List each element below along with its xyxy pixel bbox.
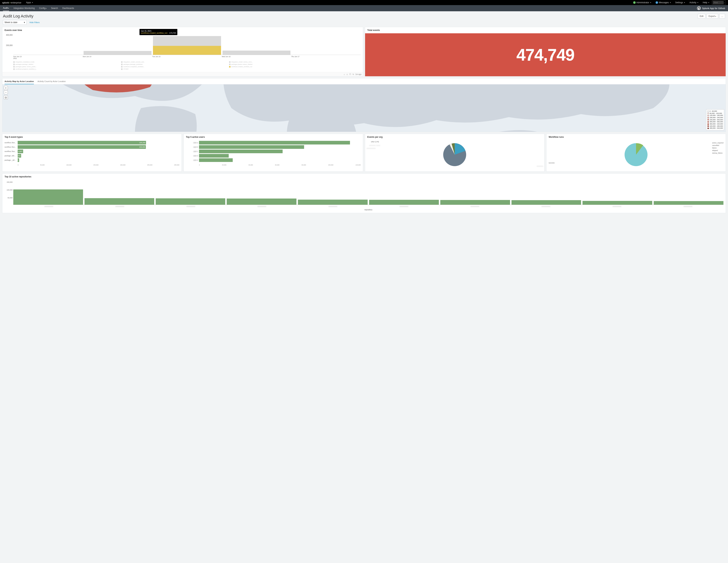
legend-item[interactable]: packages.package_deleted — [13, 64, 117, 65]
refresh-icon[interactable]: ↻ — [353, 73, 354, 75]
tab-activity-map[interactable]: Activity Map by Actor Location — [5, 80, 34, 84]
find-input[interactable] — [713, 1, 724, 4]
hide-filters-link[interactable]: Hide Filters — [29, 21, 40, 23]
app-name: Splunk App for Github — [702, 7, 725, 10]
map-legend-row: 300,000 - 360,000 — [707, 121, 723, 123]
legend-item[interactable]: packages.packa..ersion_publis... — [13, 66, 117, 68]
locate-button[interactable]: ◎ — [4, 95, 8, 99]
messages-menu[interactable]: 2 Messages — [654, 1, 673, 4]
top5-active-users-chart[interactable]: user-auser-buser-cuser-duser-e — [186, 140, 361, 164]
panel-title: Top 10 active repositories — [2, 174, 726, 180]
legend-item[interactable]: workflows.created_workflow_run — [229, 66, 333, 68]
github-icon — [697, 6, 701, 10]
panel-title: Top 5 active users — [184, 134, 363, 140]
hbar-row: package..ublished6,202 — [5, 154, 179, 158]
app-navbar: Audit Integration Monitoring Config Sear… — [0, 5, 728, 11]
nav-config[interactable]: Config — [39, 5, 47, 11]
top5-event-types-chart[interactable]: workflow..flow_run226,205workflow..flow_… — [5, 140, 179, 164]
tab-activity-count[interactable]: Activity Count by Actor Location — [38, 80, 66, 84]
vbar — [13, 190, 83, 205]
map-legend: 0 - 60,00060,000 - 120,000120,000 - 180,… — [706, 109, 724, 130]
hbar-row: workflow..flow_job9,667 — [5, 150, 179, 153]
chart-legend: integration_installation.createintegrati… — [13, 61, 361, 70]
legend-item[interactable]: workflows.prepared_workflow_j... — [13, 68, 117, 70]
events-over-time-chart[interactable]: 400,000 200,000 Jun — [13, 34, 361, 55]
legend-item[interactable]: packages.package_published — [121, 64, 225, 65]
activity-menu[interactable]: Activity — [688, 1, 700, 4]
panel-top5-active-users: Top 5 active users user-auser-buser-cuse… — [184, 134, 363, 172]
panel-title: Workflow runs — [546, 134, 726, 140]
legend-item[interactable]: integration_install..stories_remo... — [229, 61, 333, 63]
panel-top5-event-types: Top 5 event types workflow..flow_run226,… — [2, 134, 182, 172]
chevron-down-icon: ▾ — [24, 21, 25, 24]
map-legend-row: 480,000 - 540,000 — [707, 127, 723, 129]
pie-label-success: success — [549, 162, 555, 164]
vbar — [583, 201, 652, 205]
chart-footer: ⌕ ⤓ ⓘ ↻ 1m ago — [2, 72, 363, 76]
legend-item[interactable]: packages.packa..ension_deleted — [229, 64, 333, 65]
panel-total-events: Total events 474,749 — [365, 27, 726, 76]
messages-count-badge: 2 — [656, 1, 658, 4]
filter-row: Week to date▾ Hide Filters — [0, 20, 728, 27]
global-topbar: splunk>enterprise Apps i Administrator 2… — [0, 0, 728, 5]
vbar — [654, 201, 723, 205]
administrator-menu[interactable]: i Administrator — [631, 1, 653, 4]
info-icon[interactable]: ⓘ — [349, 73, 351, 76]
export-button[interactable]: Export — [707, 14, 718, 19]
nav-audit[interactable]: Audit — [3, 5, 9, 11]
nav-integration-monitoring[interactable]: Integration Monitoring — [13, 5, 35, 11]
pie-label-blurred: xxxxxxxxxxx — [367, 147, 376, 149]
map-legend-row: 360,000 - 420,000 — [707, 123, 723, 125]
panel-events-per-org: Events per org other (178) xxxxxxxx xxxx… — [365, 134, 544, 172]
legend-item[interactable]: integration_install..uctories_add... — [121, 61, 225, 63]
map-legend-row: 420,000 - 480,000 — [707, 125, 723, 127]
events-per-org-pie[interactable]: other (178) xxxxxxxx xxxxxxxx xxxxx xxxx… — [367, 140, 542, 169]
vbar — [440, 200, 510, 205]
apps-menu[interactable]: Apps — [24, 1, 35, 4]
vbar — [227, 199, 296, 205]
hbar-row: user-c — [186, 150, 361, 153]
workflow-runs-pie[interactable]: action_requiredcancelledfailureskippedst… — [549, 140, 723, 169]
edit-button[interactable]: Edit — [698, 14, 706, 19]
legend-item[interactable]: integration_installation.create — [13, 61, 117, 63]
legend-item[interactable]: workflows.completed_workflow... — [121, 66, 225, 68]
hbar-row: user-e — [186, 158, 361, 162]
zoom-in-button[interactable]: + — [4, 86, 8, 90]
nav-dashboards[interactable]: Dashboards — [62, 5, 74, 11]
xlabel: repository — [13, 209, 723, 211]
chart-tooltip: Jun 15, 2021 workflows.created_workflow_… — [139, 29, 177, 35]
search-icon[interactable]: ⌕ — [344, 73, 345, 75]
total-events-value: 474,749 — [365, 33, 726, 76]
time-range-picker[interactable]: Week to date▾ — [3, 20, 27, 25]
pie-label-other: other (178) — [371, 141, 379, 143]
export-icon[interactable]: ⤓ — [346, 73, 348, 75]
top10-repos-chart[interactable]: 150,000 100,000 50,000 — [13, 181, 723, 205]
panel-title: Total events — [365, 27, 726, 33]
settings-menu[interactable]: Settings — [673, 1, 687, 4]
page-header: Audit Log Activity Edit Export ... — [0, 11, 728, 20]
nav-search[interactable]: Search — [51, 5, 58, 11]
help-menu[interactable]: Help — [701, 1, 711, 4]
hbar-row: workflow..flow_run226,205 — [5, 141, 179, 145]
panel-title: Events over time — [2, 27, 363, 33]
map-legend-row: 180,000 - 240,000 — [707, 117, 723, 119]
admin-badge-icon: i — [633, 1, 636, 4]
panel-title: Top 5 event types — [2, 134, 182, 140]
panel-workflow-runs: Workflow runs action_requiredcancelledfa… — [546, 134, 726, 172]
world-map-svg — [2, 84, 726, 132]
pie-label-blurred: xxxxxxxx — [537, 165, 543, 167]
hbar-row: workflow..flow_run226,006 — [5, 145, 179, 149]
panel-top10-repos: Top 10 active repositories 150,000 100,0… — [2, 174, 726, 213]
search-icon[interactable]: ⌕ — [724, 1, 725, 4]
panel-title: Events per org — [365, 134, 544, 140]
choropleth-map[interactable]: + − ◎ 0 - 60,00060,000 - — [2, 84, 726, 132]
vbar — [84, 198, 154, 205]
page-title: Audit Log Activity — [3, 14, 34, 19]
vbar — [511, 200, 581, 205]
more-button[interactable]: ... — [719, 14, 725, 19]
splunk-logo[interactable]: splunk>enterprise — [2, 1, 21, 4]
legend-item[interactable]: OTHER — [121, 68, 225, 70]
zoom-out-button[interactable]: − — [4, 90, 8, 94]
pie-label-blurred: xxxxxxxx xxxxx — [369, 145, 380, 146]
map-legend-row: 0 - 60,000 — [707, 110, 723, 113]
